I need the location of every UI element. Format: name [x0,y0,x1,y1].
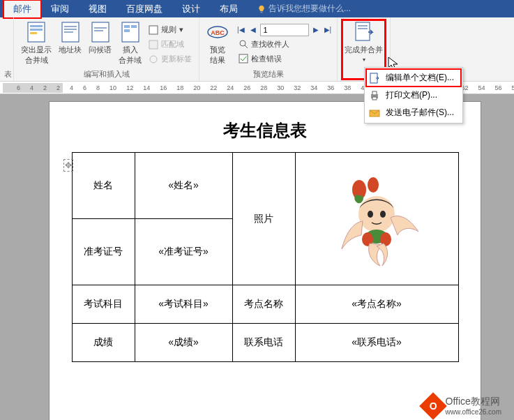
greeting-icon [89,21,112,43]
field-subject: «考试科目» [135,285,232,324]
info-table: 姓名 «姓名» 照片 [72,152,459,362]
check-errors-button[interactable]: 检查错误 [236,52,333,66]
label-site: 考点名称 [232,285,295,324]
watermark-url: www.office26.com [446,408,501,416]
svg-text:ABC: ABC [211,29,225,36]
field-exam-id: «准考证号» [135,219,232,285]
find-recipient-button[interactable]: 查找收件人 [236,38,333,51]
email-icon [369,107,380,119]
field-name: «姓名» [135,153,232,219]
match-fields-button: 匹配域 [146,38,195,51]
rules-icon [149,25,158,35]
svg-rect-3 [30,29,43,31]
svg-rect-24 [356,22,370,40]
print-documents-item[interactable]: 打印文档(P)... [366,87,461,104]
tab-view[interactable]: 视图 [79,0,116,18]
svg-line-22 [245,45,248,48]
watermark-logo: O [419,392,447,420]
cartoon-image [324,165,429,270]
tell-me[interactable]: 告诉我您想要做什么... [248,0,361,17]
address-block-button[interactable]: 地址块 [56,20,84,69]
svg-rect-16 [149,26,158,34]
record-number-input[interactable] [260,24,309,36]
check-icon [239,54,248,63]
svg-rect-23 [239,54,248,63]
insert-merge-icon [119,21,142,43]
table-anchor-icon[interactable]: ✥ [63,159,73,172]
group-table: 表 [4,69,9,80]
nav-first-button[interactable]: |◀ [236,26,246,33]
edit-documents-item[interactable]: 编辑单个文档(E)... [366,69,461,87]
svg-rect-0 [261,11,263,13]
svg-point-21 [240,40,245,46]
print-icon [369,90,380,101]
label-photo: 照片 [232,153,295,285]
table-row: 姓名 «姓名» 照片 [72,153,458,219]
svg-point-18 [150,56,157,63]
svg-rect-14 [131,25,137,28]
svg-rect-15 [124,29,130,32]
svg-point-34 [358,196,395,232]
label-score: 成绩 [72,324,135,362]
preview-icon: ABC [206,21,229,43]
svg-rect-9 [92,22,109,42]
send-email-item[interactable]: 发送电子邮件(S)... [366,104,461,121]
svg-point-33 [368,177,379,193]
svg-rect-30 [372,97,377,100]
lightbulb-icon [257,5,266,13]
watermark-title: Office教程网 [446,396,500,407]
preview-results-button[interactable]: ABC 预览 结果 [204,20,232,69]
svg-point-35 [368,211,373,218]
finish-merge-dropdown: 编辑单个文档(E)... 打印文档(P)... 发送电子邮件(S)... [364,67,463,123]
svg-point-36 [380,211,386,218]
label-name: 姓名 [72,153,135,219]
watermark: O Office教程网 www.office26.com [423,396,501,416]
label-exam-id: 准考证号 [72,219,135,285]
tab-mail[interactable]: 邮件 [3,0,41,18]
tab-design[interactable]: 设计 [172,0,210,18]
svg-rect-4 [30,32,37,34]
highlight-merge-button[interactable]: 突出显示 合并域 [18,20,54,69]
tab-layout[interactable]: 布局 [210,0,248,18]
svg-rect-13 [124,25,130,28]
search-icon [239,39,248,49]
field-score: «成绩» [135,324,232,362]
edit-doc-icon [369,73,380,84]
ribbon-tabs: 邮件 审阅 视图 百度网盘 设计 布局 告诉我您想要做什么... [0,0,514,17]
group-preview: 预览结果 [204,69,333,80]
update-icon [149,54,158,64]
rules-button[interactable]: 规则 ▾ [146,23,195,36]
photo-cell [295,153,458,285]
document-area: ✥ 考生信息表 姓名 «姓名» 照片 [0,94,514,420]
nav-last-button[interactable]: ▶| [323,26,333,33]
update-labels-button: 更新标签 [146,52,195,66]
document-page: ✥ 考生信息表 姓名 «姓名» 照片 [49,101,481,420]
field-phone: «联系电话» [295,324,458,362]
finish-merge-icon [353,21,375,43]
nav-next-button[interactable]: ▶ [312,26,320,33]
document-icon [25,21,47,43]
group-write-insert: 编写和插入域 [18,69,195,80]
label-phone: 联系电话 [232,324,295,362]
insert-merge-button[interactable]: 插入 合并域 [116,20,144,69]
tab-review[interactable]: 审阅 [41,0,79,18]
svg-rect-17 [149,40,158,49]
label-subject: 考试科目 [72,285,135,324]
field-site: «考点名称» [295,285,458,324]
tab-baidu[interactable]: 百度网盘 [116,0,172,18]
greeting-button[interactable]: 问候语 [86,20,114,69]
table-row: 成绩 «成绩» 联系电话 «联系电话» [72,324,458,362]
address-icon [59,21,82,43]
svg-rect-29 [372,91,377,95]
svg-rect-2 [30,25,43,27]
nav-prev-button[interactable]: ◀ [249,26,257,33]
match-icon [149,40,158,50]
table-row: 考试科目 «考试科目» 考点名称 «考点名称» [72,285,458,324]
